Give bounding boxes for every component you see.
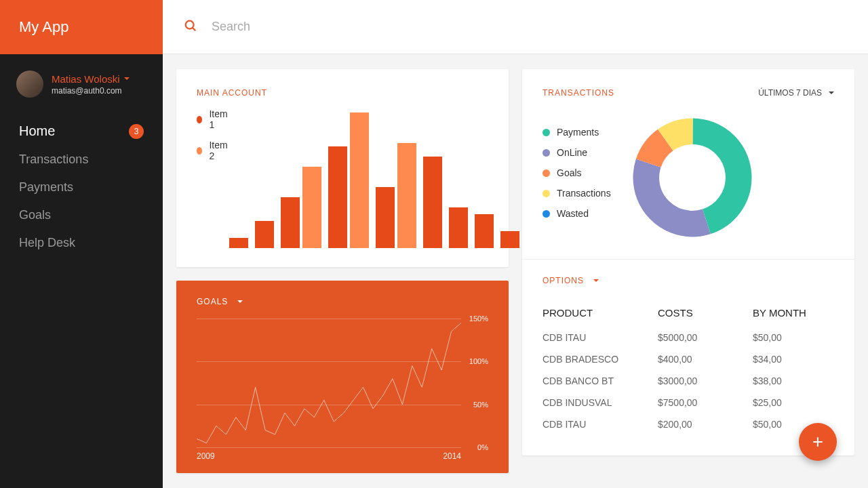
- topbar: [163, 0, 868, 54]
- legend-dot-icon: [542, 129, 550, 136]
- bar-group: [281, 167, 321, 248]
- range-selector[interactable]: ÚLTIMOS 7 DIAS: [758, 88, 834, 98]
- cell: $25,00: [753, 397, 834, 408]
- avatar: [16, 70, 43, 98]
- line-xaxis: 2009 2014: [197, 451, 488, 461]
- nav-label: Goals: [19, 208, 51, 222]
- cell: CDB BANCO BT: [542, 375, 658, 386]
- cell: $3000,00: [658, 375, 753, 386]
- chevron-down-icon: [124, 77, 130, 80]
- bar-group: [229, 238, 248, 248]
- bar: [350, 113, 369, 248]
- transactions-title: TRANSACTIONS: [542, 88, 614, 98]
- search-input[interactable]: [212, 20, 848, 34]
- legend-dot-icon: [542, 210, 550, 218]
- bar: [302, 167, 321, 248]
- nav: Home3TransactionsPaymentsGoalsHelp Desk: [0, 117, 163, 257]
- legend-item: Payments: [542, 127, 611, 138]
- cell: $50,00: [753, 332, 834, 343]
- cell: $38,00: [753, 375, 834, 386]
- nav-item-goals[interactable]: Goals: [19, 201, 144, 229]
- nav-item-home[interactable]: Home3: [19, 117, 144, 146]
- nav-label: Transactions: [19, 152, 88, 167]
- search-icon[interactable]: [183, 18, 198, 36]
- bar-group: [449, 207, 468, 248]
- bar: [500, 231, 519, 248]
- chevron-down-icon: [593, 279, 599, 282]
- range-label: ÚLTIMOS 7 DIAS: [758, 88, 822, 98]
- gridline: [197, 447, 461, 448]
- cell: $200,00: [658, 419, 753, 430]
- add-button[interactable]: +: [799, 423, 837, 461]
- donut-slice: [646, 131, 738, 224]
- nav-badge: 3: [129, 124, 144, 139]
- y-label: 50%: [473, 401, 488, 409]
- cell: CDB BRADESCO: [542, 354, 658, 365]
- legend-dot-icon: [197, 147, 202, 155]
- cell: CDB INDUSVAL: [542, 397, 658, 408]
- table-row[interactable]: CDB BRADESCO$400,00$34,00: [542, 348, 834, 370]
- y-label: 100%: [469, 357, 488, 365]
- nav-label: Help Desk: [19, 236, 75, 250]
- legend-dot-icon: [542, 190, 550, 197]
- bar-group: [376, 143, 416, 248]
- nav-item-transactions[interactable]: Transactions: [19, 146, 144, 174]
- bar-group: [423, 157, 442, 248]
- user-name[interactable]: Matias Woloski: [52, 73, 130, 85]
- legend-label: Item 1: [209, 108, 229, 130]
- bar: [475, 214, 494, 248]
- cell: $34,00: [753, 354, 834, 365]
- bar: [397, 143, 416, 248]
- bar: [281, 197, 300, 248]
- goals-title: GOALS: [197, 297, 228, 306]
- bar-group: [475, 214, 494, 248]
- goals-selector[interactable]: GOALS: [197, 297, 488, 306]
- table-row[interactable]: CDB ITAU$200,00$50,00: [542, 413, 834, 435]
- legend-dot-icon: [542, 169, 550, 177]
- plus-icon: +: [812, 431, 823, 453]
- legend-label: OnLine: [557, 147, 587, 158]
- legend-item: Transactions: [542, 188, 611, 199]
- bar: [328, 146, 347, 248]
- legend-item: OnLine: [542, 147, 611, 158]
- bar-group: [255, 221, 274, 248]
- divider: [522, 259, 854, 260]
- legend-item: Item 2: [197, 140, 229, 161]
- col-header: PRODUCT: [542, 307, 658, 319]
- col-header: COSTS: [658, 307, 753, 319]
- donut-legend: PaymentsOnLineGoalsTransactionsWasted: [542, 127, 611, 228]
- nav-label: Home: [19, 123, 55, 139]
- cell: $5000,00: [658, 332, 753, 343]
- nav-item-payments[interactable]: Payments: [19, 174, 144, 201]
- x-start: 2009: [197, 451, 215, 461]
- user-name-text: Matias Woloski: [52, 73, 120, 85]
- cell: $7500,00: [658, 397, 753, 408]
- legend-label: Goals: [557, 167, 582, 178]
- legend-dot-icon: [542, 149, 550, 157]
- legend-dot-icon: [197, 116, 202, 123]
- table-row[interactable]: CDB ITAU$5000,00$50,00: [542, 327, 834, 348]
- table-row[interactable]: CDB INDUSVAL$7500,00$25,00: [542, 392, 834, 413]
- bar-group: [500, 231, 519, 248]
- x-end: 2014: [443, 451, 461, 461]
- svg-line-1: [193, 27, 195, 30]
- nav-item-help-desk[interactable]: Help Desk: [19, 229, 144, 257]
- y-label: 0%: [477, 443, 488, 451]
- legend-label: Payments: [557, 127, 599, 138]
- user-block[interactable]: Matias Woloski matias@auth0.com: [0, 54, 163, 117]
- main-account-title: MAIN ACCOUNT: [176, 69, 509, 106]
- options-selector[interactable]: OPTIONS: [542, 276, 834, 285]
- bar: [229, 238, 248, 248]
- main-account-card: MAIN ACCOUNT Item 1Item 2: [176, 69, 509, 267]
- table-row[interactable]: CDB BANCO BT$3000,00$38,00: [542, 370, 834, 392]
- legend-item: Item 1: [197, 108, 229, 130]
- cell: $400,00: [658, 354, 753, 365]
- svg-point-0: [186, 20, 194, 28]
- transactions-card: TRANSACTIONS ÚLTIMOS 7 DIAS PaymentsOnLi…: [522, 69, 854, 455]
- legend-label: Transactions: [557, 188, 611, 199]
- goals-card: GOALS 150%100%50%0% 2009 2014: [176, 281, 509, 473]
- options-title: OPTIONS: [542, 276, 584, 285]
- user-email: matias@auth0.com: [52, 86, 130, 96]
- cell: CDB ITAU: [542, 332, 658, 343]
- bar: [376, 187, 395, 248]
